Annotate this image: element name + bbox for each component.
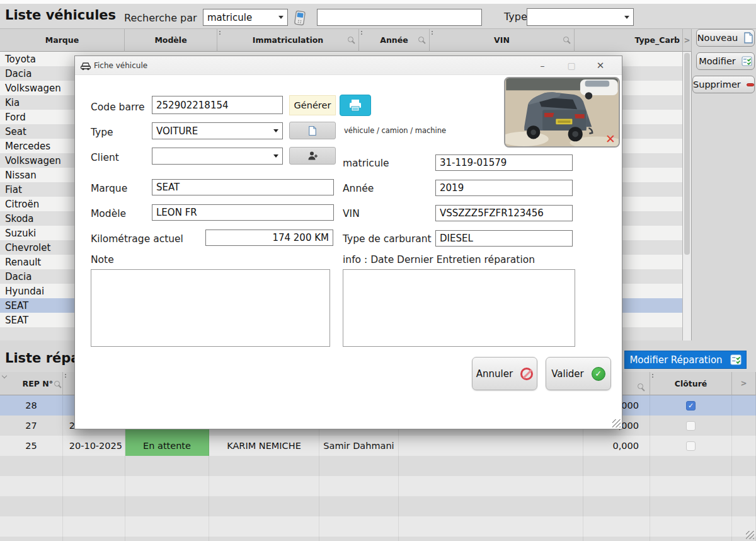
repair-cell-rep: 25 xyxy=(0,436,63,456)
modifier-button[interactable]: Modifier xyxy=(696,52,755,70)
code-barre-label: Code barre xyxy=(91,102,145,113)
repairs-column-header[interactable]: > xyxy=(732,372,756,395)
column-header-label: VIN xyxy=(494,35,510,45)
kilometrage-input[interactable] xyxy=(205,230,333,246)
dialog-resize-grip[interactable] xyxy=(612,419,621,428)
vin-input[interactable] xyxy=(435,205,573,221)
search-icon[interactable] xyxy=(348,37,353,42)
matricule-input[interactable] xyxy=(435,154,573,171)
column-header-label: Marque xyxy=(45,35,79,45)
vehicles-column-header[interactable]: Année xyxy=(359,29,430,52)
repair-cell-cloture[interactable]: ✓ xyxy=(650,395,732,416)
repair-cell-rep xyxy=(0,476,63,496)
search-by-combo[interactable]: matricule xyxy=(203,9,288,26)
repair-cell-status xyxy=(125,456,209,476)
repair-cell-cloture[interactable] xyxy=(650,416,732,436)
vehicles-column-header[interactable]: VIN xyxy=(430,29,575,52)
annuler-button[interactable]: Annuler xyxy=(472,357,537,390)
repair-cell-rep: 27 xyxy=(0,416,63,436)
vehicles-column-header[interactable]: Modèle xyxy=(125,29,217,52)
repairs-column-header[interactable]: REP N° xyxy=(0,372,63,395)
client-combo[interactable] xyxy=(152,148,283,165)
vehicles-column-header[interactable]: Type_Carb xyxy=(575,29,683,52)
delete-minus-icon xyxy=(747,83,754,86)
repair-row[interactable] xyxy=(0,476,756,496)
modifier-label: Modifier xyxy=(699,56,736,66)
remove-photo-icon[interactable]: ✕ xyxy=(605,133,616,145)
repair-row[interactable] xyxy=(0,516,756,537)
repair-row[interactable] xyxy=(0,456,756,476)
search-icon[interactable] xyxy=(638,383,643,389)
repair-cell-receiver xyxy=(319,456,399,476)
cloture-checkbox-checked[interactable]: ✓ xyxy=(686,401,696,410)
vehicles-column-header[interactable]: Marque xyxy=(0,29,125,52)
cloture-checkbox[interactable] xyxy=(686,441,696,451)
maximize-icon[interactable]: ▢ xyxy=(560,56,583,74)
repair-cell-text: 28 xyxy=(25,400,37,410)
repair-cell-cloture[interactable] xyxy=(650,436,732,456)
repair-row[interactable] xyxy=(0,537,756,541)
marque-input[interactable] xyxy=(152,179,334,195)
type-value: VOITURE xyxy=(156,125,198,137)
repair-cell xyxy=(399,537,583,541)
repair-cell-amount xyxy=(583,516,650,537)
search-input[interactable] xyxy=(317,9,482,26)
note-textarea[interactable] xyxy=(91,269,330,347)
annuler-label: Annuler xyxy=(476,368,513,380)
nouveau-button[interactable]: Nouveau xyxy=(696,29,755,47)
repair-cell-status xyxy=(125,537,209,541)
window-top-strip xyxy=(0,0,756,4)
vehicle-marque-cell: Renault xyxy=(0,257,41,268)
vehicle-marque-cell: Skoda xyxy=(0,213,34,224)
dialog-title: Fiche véhicule xyxy=(94,61,147,70)
vertical-scrollbar[interactable] xyxy=(682,52,691,340)
type-filter-combo[interactable] xyxy=(527,8,634,26)
vehicle-marque-cell: SEAT xyxy=(0,315,28,326)
column-header-label: Immatriculation xyxy=(253,35,323,45)
repair-cell-client xyxy=(209,537,319,541)
minimize-icon[interactable]: – xyxy=(531,56,554,74)
type-document-button[interactable] xyxy=(289,122,336,139)
repair-cell-rep xyxy=(0,456,63,476)
repair-cell-status xyxy=(125,476,209,496)
info-textarea[interactable] xyxy=(343,269,575,347)
repair-cell-amount xyxy=(583,537,650,541)
code-barre-input[interactable] xyxy=(152,96,283,114)
annee-label: Année xyxy=(343,183,374,194)
repair-row[interactable]: 2520-10-2025En attenteKARIM NEMICHESamir… xyxy=(0,436,756,456)
dialog-titlebar[interactable]: Fiche véhicule – ▢ ✕ xyxy=(75,56,622,75)
print-button[interactable] xyxy=(340,95,371,116)
cloture-checkbox[interactable] xyxy=(686,421,696,431)
vehicles-column-header[interactable]: Immatriculation xyxy=(217,29,359,52)
modele-label: Modèle xyxy=(91,208,126,219)
repair-cell-receiver xyxy=(319,516,399,537)
barcode-scanner-icon[interactable] xyxy=(291,10,310,26)
close-icon[interactable]: ✕ xyxy=(589,56,612,74)
repair-cell-rep xyxy=(0,496,63,516)
column-overflow-indicator[interactable]: > xyxy=(683,29,692,52)
valider-button[interactable]: Valider ✓ xyxy=(546,357,611,390)
carburant-input[interactable] xyxy=(435,230,573,247)
repair-cell-text: 20-10-2025 xyxy=(69,441,122,451)
vehicle-marque-cell: Chevrolet xyxy=(0,242,50,253)
valider-label: Valider xyxy=(551,368,584,380)
vehicle-marque-cell: Mercedes xyxy=(0,141,50,152)
generer-button[interactable]: Générer xyxy=(289,95,336,115)
search-icon[interactable] xyxy=(563,37,569,42)
repair-cell-client xyxy=(209,496,319,516)
search-icon[interactable] xyxy=(54,381,60,387)
window-resize-grip[interactable] xyxy=(746,531,754,539)
repairs-column-header[interactable]: Clôturé xyxy=(650,372,732,395)
add-client-button[interactable] xyxy=(289,147,336,165)
search-icon[interactable] xyxy=(418,37,424,42)
scrollbar-thumb[interactable] xyxy=(684,53,690,255)
modele-input[interactable] xyxy=(152,204,334,221)
repair-cell-text: KARIM NEMICHE xyxy=(227,441,301,451)
vehicle-photo[interactable]: ✕ xyxy=(504,77,620,148)
repair-row[interactable] xyxy=(0,496,756,516)
repair-cell-status xyxy=(125,516,209,537)
annee-input[interactable] xyxy=(435,180,573,196)
type-combo[interactable]: VOITURE xyxy=(152,122,283,139)
supprimer-button[interactable]: Supprimer xyxy=(692,76,755,93)
modifier-reparation-button[interactable]: Modifier Réparation xyxy=(624,351,747,369)
